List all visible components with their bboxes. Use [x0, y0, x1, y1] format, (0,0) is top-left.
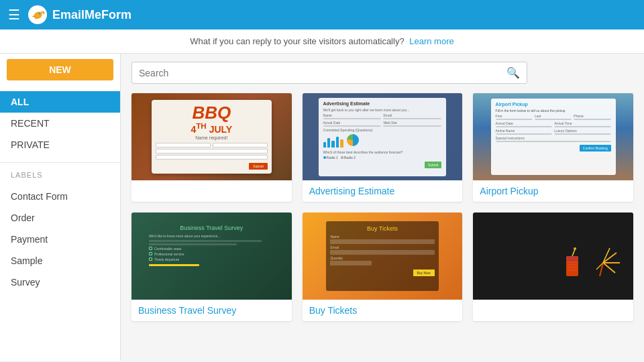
sidebar-item-sample[interactable]: Sample	[0, 250, 120, 272]
labels-heading: LABELS	[0, 166, 120, 182]
learn-more-link[interactable]: Learn more	[409, 36, 453, 46]
template-card-unknown[interactable]	[473, 213, 633, 321]
sidebar-divider	[0, 162, 120, 163]
header: ☰ EmailMeForm	[0, 0, 644, 29]
svg-point-15	[574, 247, 576, 250]
template-thumb-airport-pickup: Airport Pickup Fill in the form below to…	[473, 93, 633, 180]
template-thumb-business-travel-survey: Business Travel Survey We'd like to know…	[131, 213, 292, 300]
sidebar-item-survey[interactable]: Survey	[0, 272, 120, 293]
svg-line-14	[572, 249, 575, 256]
template-card-advertising-estimate[interactable]: Advertising Estimate We'll get back to y…	[303, 93, 463, 202]
template-thumb-buy-tickets: Buy Tickets Name Email Quantity	[303, 213, 463, 300]
svg-rect-11	[568, 264, 577, 265]
bbq-text: BBQ	[192, 104, 231, 121]
sidebar-item-recent[interactable]: RECENT	[0, 113, 120, 134]
template-title-buy-tickets: Buy Tickets	[303, 300, 463, 321]
templates-grid: BBQ 4TH JULY Name required!	[131, 93, 633, 321]
svg-point-1	[39, 13, 40, 14]
sidebar: NEW ALL RECENT PRIVATE LABELS Contact Fo…	[0, 54, 121, 361]
template-card-buy-tickets[interactable]: Buy Tickets Name Email Quantity	[303, 213, 463, 321]
template-thumb-bbq: BBQ 4TH JULY Name required!	[131, 93, 292, 180]
template-title-airport-pickup: Airport Pickup	[473, 180, 633, 202]
template-title-advertising-estimate: Advertising Estimate	[303, 180, 463, 202]
svg-line-4	[603, 263, 615, 273]
logo: EmailMeForm	[27, 4, 131, 25]
menu-icon[interactable]: ☰	[8, 7, 20, 23]
firework-icon	[549, 216, 630, 296]
banner-text: What if you can reply to your site visit…	[190, 36, 404, 46]
sidebar-item-contact-form[interactable]: Contact Form	[0, 186, 120, 207]
new-button[interactable]: NEW	[7, 59, 113, 80]
sidebar-item-private[interactable]: PRIVATE	[0, 134, 120, 156]
template-title-business-travel-survey: Business Travel Survey	[131, 300, 292, 321]
logo-text: EmailMeForm	[52, 8, 131, 22]
svg-rect-13	[568, 269, 577, 271]
search-bar[interactable]: 🔍	[131, 62, 527, 84]
template-card-bbq[interactable]: BBQ 4TH JULY Name required!	[131, 93, 292, 202]
template-card-airport-pickup[interactable]: Airport Pickup Fill in the form below to…	[473, 93, 633, 202]
sidebar-item-order[interactable]: Order	[0, 207, 120, 229]
svg-rect-9	[566, 256, 578, 261]
search-input[interactable]	[139, 68, 506, 78]
bbq-date: 4TH JULY	[191, 121, 232, 135]
search-icon: 🔍	[506, 66, 520, 79]
svg-rect-10	[568, 261, 577, 263]
sidebar-item-all[interactable]: ALL	[0, 91, 120, 113]
banner: What if you can reply to your site visit…	[0, 29, 644, 54]
main-content: 🔍 BBQ 4TH JULY Name required!	[121, 54, 644, 361]
sidebar-item-payment[interactable]: Payment	[0, 229, 120, 250]
svg-rect-12	[568, 267, 577, 268]
logo-bird-icon	[27, 4, 48, 25]
template-thumb-advertising-estimate: Advertising Estimate We'll get back to y…	[303, 93, 463, 180]
template-card-business-travel-survey[interactable]: Business Travel Survey We'd like to know…	[131, 213, 292, 321]
template-thumb-unknown	[473, 213, 633, 300]
